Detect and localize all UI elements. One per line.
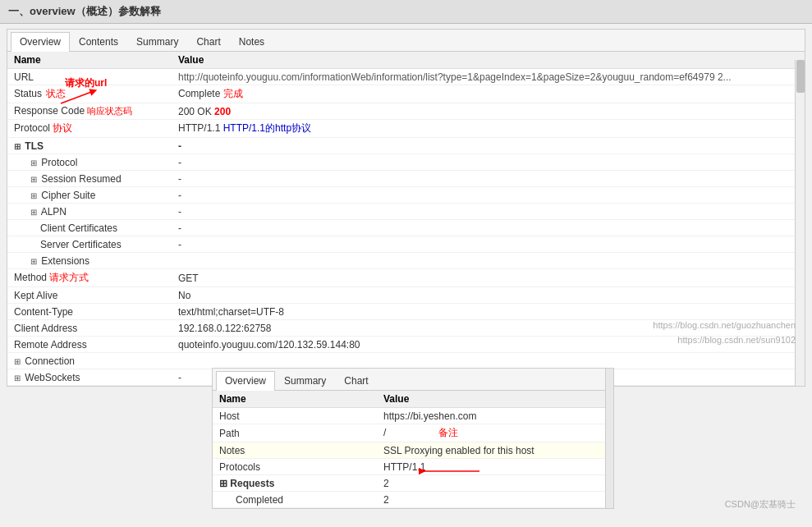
name-server-certs: Server Certificates [14, 239, 178, 250]
tab-notes[interactable]: Notes [230, 32, 273, 51]
name-cipher-suite: ⊞ Cipher Suite [14, 190, 178, 201]
bottom-value-host: https://bi.yeshen.com [383, 410, 607, 422]
value-url: http://quoteinfo.youguu.com/informationW… [178, 71, 798, 83]
bottom-value-col-header: Value [383, 393, 607, 405]
watermark-3: CSDN@宏基骑士 [725, 498, 796, 511]
bottom-tab-overview[interactable]: Overview [216, 371, 275, 391]
bottom-row-notes: Notes SSL Proxying enabled for this host [213, 442, 613, 459]
row-response-code: Response Code 响应状态码 200 OK 200 [7, 103, 805, 120]
bottom-name-protocols: Protocols [219, 461, 383, 473]
ext-expand-icon[interactable]: ⊞ [30, 257, 39, 266]
row-connection[interactable]: ⊞ Connection [7, 353, 805, 369]
value-method: GET [178, 273, 798, 284]
cipher-expand-icon[interactable]: ⊞ [30, 191, 39, 200]
bottom-row-host: Host https://bi.yeshen.com [213, 408, 613, 424]
bottom-name-requests: ⊞ Requests [219, 478, 383, 489]
row-session-resumed: ⊞ Session Resumed - [7, 171, 805, 187]
row-client-certs: Client Certificates - [7, 220, 805, 236]
name-extensions: ⊞ Extensions [14, 255, 178, 267]
value-kept-alive: No [178, 290, 798, 301]
value-client-certs: - [178, 222, 798, 234]
value-protocol-main: HTTP/1.1 HTTP/1.1的http协议 [178, 121, 798, 135]
value-response-code: 200 OK 200 [178, 106, 798, 117]
bottom-name-completed: Completed [219, 494, 383, 506]
ws-expand-icon[interactable]: ⊞ [14, 373, 22, 383]
tab-summary[interactable]: Summary [127, 32, 187, 51]
name-remote-address: Remote Address [14, 339, 178, 351]
name-session-resumed: ⊞ Session Resumed [14, 173, 178, 185]
name-url: URL [14, 71, 178, 83]
bottom-row-protocols: Protocols HTTP/1.1 [213, 459, 613, 475]
bottom-value-requests: 2 [383, 478, 607, 489]
name-kept-alive: Kept Alive [14, 290, 178, 301]
annotation-response-code: 响应状态码 [87, 106, 132, 116]
annotation-status: 状态 [46, 88, 66, 99]
bottom-panel: Overview Summary Chart Name Value Host h… [212, 368, 614, 509]
bottom-name-notes: Notes [219, 445, 383, 456]
name-status: Status 状态 [14, 87, 178, 101]
tab-overview[interactable]: Overview [11, 32, 70, 52]
bottom-row-path: Path / 备注 [213, 424, 613, 442]
value-200: 200 [214, 106, 231, 117]
bottom-column-header: Name Value [213, 391, 613, 408]
bottom-scrollbar[interactable] [605, 369, 613, 508]
row-url: URL http://quoteinfo.youguu.com/informat… [7, 69, 805, 85]
row-status: Status 状态 Complete 完成 [7, 85, 805, 103]
tab-chart[interactable]: Chart [187, 32, 229, 51]
row-protocol-main: Protocol 协议 HTTP/1.1 HTTP/1.1的http协议 [7, 120, 805, 138]
value-client-address: 192.168.0.122:62758 [178, 323, 798, 334]
annotation-beizhu: 备注 [438, 427, 458, 438]
value-col-header: Value [178, 54, 798, 66]
top-tabs: Overview Contents Summary Chart Notes [7, 30, 805, 52]
row-extensions: ⊞ Extensions [7, 253, 805, 269]
page-title: 一、overview（概述）参数解释 [0, 0, 812, 24]
row-remote-address: Remote Address quoteinfo.youguu.com/120.… [7, 337, 805, 353]
row-tls-protocol: ⊞ Protocol - [7, 154, 805, 171]
bottom-tab-chart[interactable]: Chart [335, 371, 377, 390]
name-content-type: Content-Type [14, 306, 178, 318]
value-cipher-suite: - [178, 190, 798, 201]
bottom-name-path: Path [219, 428, 383, 439]
column-header: Name Value [7, 52, 805, 69]
bottom-tabs: Overview Summary Chart [213, 369, 613, 391]
session-expand-icon[interactable]: ⊞ [30, 175, 39, 184]
name-client-address: Client Address [14, 323, 178, 334]
bottom-value-protocols: HTTP/1.1 [383, 461, 607, 473]
bottom-value-notes: SSL Proxying enabled for this host [383, 445, 607, 456]
row-kept-alive: Kept Alive No [7, 287, 805, 304]
row-method: Method 请求方式 GET [7, 269, 805, 287]
bottom-name-host: Host [219, 410, 383, 422]
name-protocol-main: Protocol 协议 [14, 121, 178, 135]
value-complete-cn: 完成 [223, 88, 243, 99]
row-client-address: Client Address 192.168.0.122:62758 [7, 320, 805, 337]
row-server-certs: Server Certificates - [7, 236, 805, 253]
value-tls-protocol: - [178, 157, 798, 168]
name-client-certs: Client Certificates [14, 222, 178, 234]
requests-expand-icon[interactable]: ⊞ [219, 478, 227, 489]
bottom-row-requests: ⊞ Requests 2 [213, 475, 613, 492]
conn-expand-icon[interactable]: ⊞ [14, 357, 22, 366]
name-tls-protocol: ⊞ Protocol [14, 157, 178, 168]
row-tls[interactable]: ⊞ TLS - [7, 138, 805, 154]
tab-contents[interactable]: Contents [70, 32, 127, 51]
name-tls: ⊞ TLS [14, 140, 178, 152]
scrollbar-thumb[interactable] [796, 60, 805, 93]
alpn-expand-icon[interactable]: ⊞ [30, 208, 39, 217]
tls-expand-icon[interactable]: ⊞ [14, 142, 22, 151]
bottom-tab-summary[interactable]: Summary [275, 371, 335, 390]
value-status: Complete 完成 [178, 87, 798, 101]
annotation-method: 请求方式 [49, 272, 89, 283]
name-websockets: ⊞ WebSockets [14, 372, 178, 383]
tls-protocol-expand-icon[interactable]: ⊞ [30, 158, 39, 167]
name-response-code: Response Code 响应状态码 [14, 105, 178, 117]
name-method: Method 请求方式 [14, 271, 178, 285]
value-server-certs: - [178, 239, 798, 250]
name-connection: ⊞ Connection [14, 355, 178, 367]
annotation-protocol-main: 协议 [53, 122, 72, 134]
row-cipher-suite: ⊞ Cipher Suite - [7, 187, 805, 204]
scrollbar[interactable] [795, 60, 805, 386]
row-content-type: Content-Type text/html;charset=UTF-8 [7, 304, 805, 320]
value-alpn: - [178, 206, 798, 218]
value-content-type: text/html;charset=UTF-8 [178, 306, 798, 318]
bottom-row-completed: Completed 2 [213, 492, 613, 508]
